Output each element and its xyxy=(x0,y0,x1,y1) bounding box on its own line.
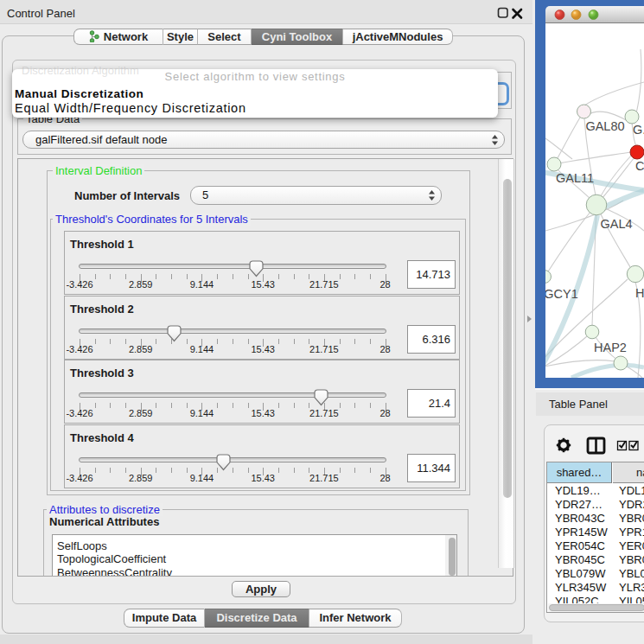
svg-text:GCY1: GCY1 xyxy=(545,287,578,301)
svg-text:HI: HI xyxy=(635,286,644,300)
svg-text:C: C xyxy=(635,159,644,173)
svg-text:GAL4: GAL4 xyxy=(600,217,632,231)
svg-text:G.: G. xyxy=(633,123,644,137)
svg-text:GAL11: GAL11 xyxy=(556,171,594,185)
svg-text:HAP2: HAP2 xyxy=(594,341,627,354)
svg-text:GAL80: GAL80 xyxy=(585,119,624,133)
